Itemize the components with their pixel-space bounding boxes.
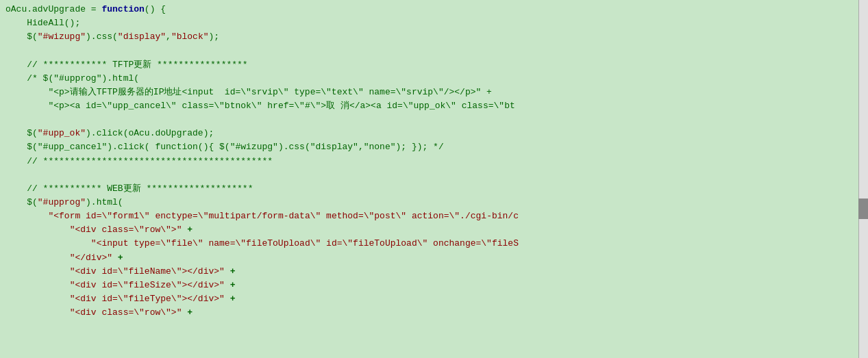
code-line-1: oAcu.advUpgrade = function() { HideAll()… — [5, 4, 519, 318]
code-editor: oAcu.advUpgrade = function() { HideAll()… — [0, 0, 868, 358]
scrollbar-thumb[interactable] — [858, 199, 868, 219]
code-content: oAcu.advUpgrade = function() { HideAll()… — [0, 0, 868, 322]
scrollbar[interactable] — [858, 0, 868, 358]
